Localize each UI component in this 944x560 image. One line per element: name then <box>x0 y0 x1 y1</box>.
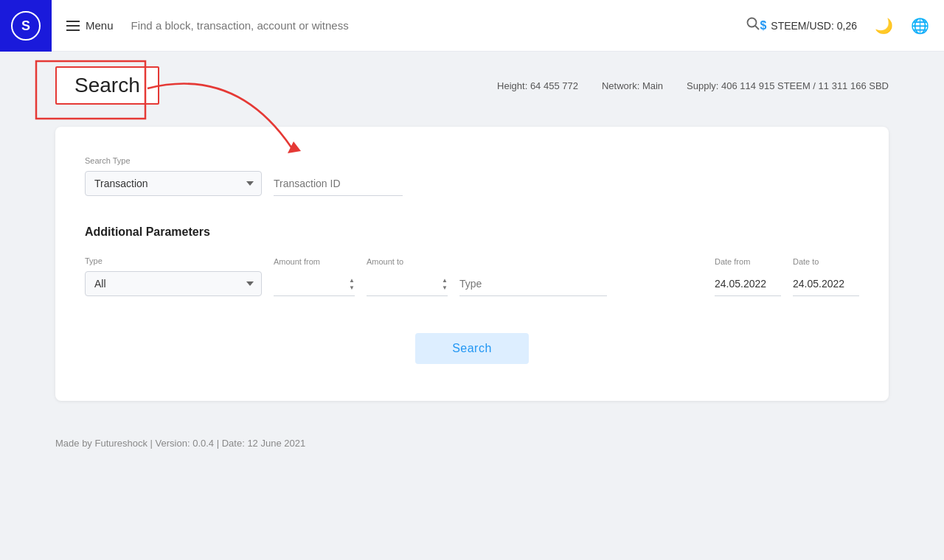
type-text-group <box>459 257 607 296</box>
search-type-row: Search Type Transaction Block Account Wi… <box>85 156 859 196</box>
transaction-id-wrapper <box>274 172 859 196</box>
supply-stat: Supply: 406 114 915 STEEM / 11 311 166 S… <box>687 80 889 91</box>
global-search-input[interactable] <box>131 19 740 32</box>
amount-to-input[interactable] <box>367 272 442 295</box>
svg-point-5 <box>748 18 757 27</box>
menu-label: Menu <box>86 19 114 32</box>
supply-value: 406 114 915 STEEM / 11 311 166 SBD <box>721 80 889 91</box>
date-to-group: Date to 24.05.2022 <box>793 257 859 296</box>
price-value: STEEM/USD: 0,26 <box>771 20 857 32</box>
spinner-up-icon[interactable]: ▲ <box>442 277 448 284</box>
amount-from-input[interactable] <box>274 272 349 295</box>
search-button[interactable]: Search <box>415 333 529 364</box>
height-stat: Height: 64 455 772 <box>497 80 578 91</box>
footer: Made by Futureshock | Version: 0.0.4 | D… <box>0 423 944 463</box>
svg-rect-3 <box>66 25 80 27</box>
spinner-up-icon[interactable]: ▲ <box>349 277 355 284</box>
svg-text:S: S <box>21 18 30 33</box>
search-card: Search Type Transaction Block Account Wi… <box>55 127 889 401</box>
spinner-down-icon[interactable]: ▼ <box>442 284 448 291</box>
page-title: Search <box>74 74 140 97</box>
search-type-select[interactable]: Transaction Block Account Witness <box>85 171 262 196</box>
menu-button[interactable]: Menu <box>66 19 114 32</box>
type-label: Type <box>85 256 262 265</box>
date-to-label: Date to <box>793 257 859 266</box>
dollar-icon: $ <box>760 19 766 32</box>
spinner-down-icon[interactable]: ▼ <box>349 284 355 291</box>
additional-parameters-title: Additional Parameters <box>85 225 859 239</box>
supply-label: Supply: <box>687 80 718 91</box>
amount-from-wrapper: ▲ ▼ <box>274 272 355 296</box>
navbar: S Menu $ STEEM/USD: 0,26 🌙 🌐 <box>0 0 944 52</box>
height-label: Height: <box>497 80 527 91</box>
search-button-row: Search <box>85 333 859 364</box>
amount-from-spinner[interactable]: ▲ ▼ <box>349 277 355 291</box>
type-text-input[interactable] <box>459 272 607 296</box>
theme-toggle-button[interactable]: 🌙 <box>875 17 893 35</box>
price-badge: $ STEEM/USD: 0,26 <box>760 19 857 32</box>
amount-to-spinner[interactable]: ▲ ▼ <box>442 277 448 291</box>
network-stat: Network: Main <box>602 80 663 91</box>
params-row: Type All Amount from ▲ ▼ <box>85 256 859 296</box>
amount-from-group: Amount from ▲ ▼ <box>274 257 355 296</box>
amount-to-label: Amount to <box>367 257 448 266</box>
page-header: Search Height: 64 455 772 Network: Main … <box>0 52 944 119</box>
transaction-id-input[interactable] <box>274 172 403 196</box>
navbar-right: $ STEEM/USD: 0,26 🌙 🌐 <box>760 17 929 35</box>
date-from-label: Date from <box>715 257 781 266</box>
svg-rect-2 <box>66 21 80 22</box>
date-from-group: Date from 24.05.2022 <box>715 257 781 296</box>
type-select[interactable]: All <box>85 271 262 296</box>
network-value: Main <box>642 80 663 91</box>
logo: S <box>0 0 52 52</box>
amount-to-wrapper: ▲ ▼ <box>367 272 448 296</box>
svg-rect-4 <box>66 29 80 31</box>
search-type-group: Search Type Transaction Block Account Wi… <box>85 156 262 196</box>
page-title-box: Search <box>55 66 159 105</box>
global-search-button[interactable] <box>746 17 760 34</box>
hamburger-icon <box>66 21 80 31</box>
amount-from-label: Amount from <box>274 257 355 266</box>
date-to-value[interactable]: 24.05.2022 <box>793 272 859 296</box>
svg-line-6 <box>755 26 759 29</box>
additional-parameters-section: Additional Parameters Type All Amount fr… <box>85 225 859 364</box>
type-group: Type All <box>85 256 262 296</box>
height-value: 64 455 772 <box>530 80 578 91</box>
footer-text: Made by Futureshock | Version: 0.0.4 | D… <box>55 438 305 449</box>
steem-logo-icon: S <box>11 11 41 41</box>
global-search-bar <box>131 17 760 34</box>
search-type-label: Search Type <box>85 156 262 165</box>
date-from-value[interactable]: 24.05.2022 <box>715 272 781 296</box>
main-content: Search Type Transaction Block Account Wi… <box>0 119 944 423</box>
language-button[interactable]: 🌐 <box>911 17 929 35</box>
search-icon <box>746 17 760 30</box>
header-stats: Height: 64 455 772 Network: Main Supply:… <box>497 80 889 91</box>
network-label: Network: <box>602 80 639 91</box>
amount-to-group: Amount to ▲ ▼ <box>367 257 448 296</box>
